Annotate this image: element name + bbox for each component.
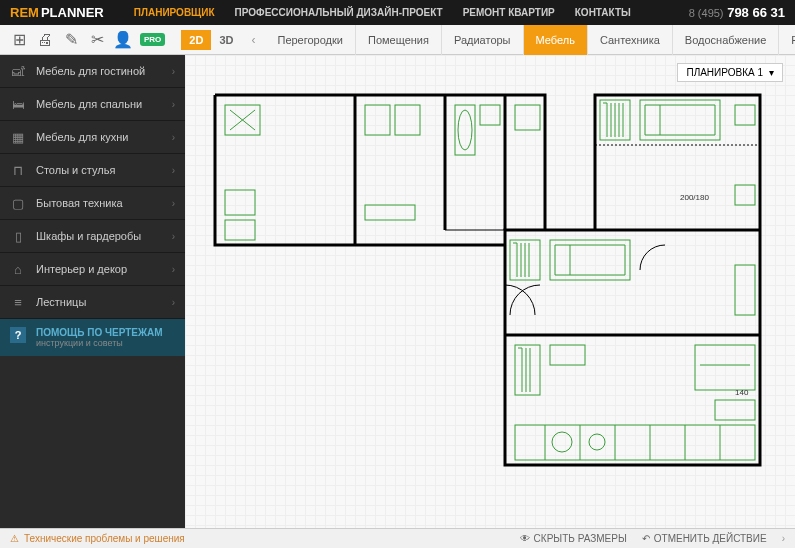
sidebar-item-label: Лестницы [36,296,86,308]
logo-planner: PLANNER [41,5,104,20]
main-nav: ПЛАНИРОВЩИК ПРОФЕССИОНАЛЬНЫЙ ДИЗАЙН-ПРОЕ… [134,7,631,18]
svg-rect-26 [715,400,755,420]
chevron-right-icon: › [172,66,175,77]
tool-icon-4[interactable]: ✂ [88,31,106,49]
undo-button[interactable]: ↶ ОТМЕНИТЬ ДЕЙСТВИЕ [642,533,767,544]
view-3d-button[interactable]: 3D [211,30,241,50]
sidebar-item-wardrobes[interactable]: ▯Шкафы и гардеробы › [0,220,185,253]
svg-rect-17 [640,100,720,140]
help-sub: инструкции и советы [36,338,175,348]
sidebar-item-label: Столы и стулья [36,164,115,176]
tab-radiators[interactable]: Радиаторы [442,25,524,55]
chevron-right-icon: › [172,198,175,209]
appliance-icon: ▢ [10,195,26,211]
main: 🛋Мебель для гостиной › 🛏Мебель для спаль… [0,55,795,528]
tool-icons: ⊞ 🖨 ✎ ✂ 👤 PRO 2D 3D [0,30,251,50]
svg-rect-27 [515,425,755,460]
decor-icon: ⌂ [10,261,26,277]
stairs-icon: ≡ [10,294,26,310]
footer-issues-label: Технические проблемы и решения [24,533,185,544]
tab-arrow-left[interactable]: ‹ [251,33,255,47]
view-toggle: 2D 3D [181,30,241,50]
chevron-right-icon: › [172,165,175,176]
sidebar-item-label: Интерьер и декор [36,263,127,275]
chevron-right-icon: › [172,99,175,110]
chevron-right-icon: › [172,132,175,143]
svg-rect-23 [515,345,540,395]
sidebar-item-label: Шкафы и гардеробы [36,230,141,242]
tab-furniture[interactable]: Мебель [524,25,588,55]
sofa-icon: 🛋 [10,63,26,79]
undo-label: ОТМЕНИТЬ ДЕЙСТВИЕ [654,533,767,544]
sidebar-item-label: Мебель для кухни [36,131,128,143]
svg-rect-25 [695,345,755,390]
nav-contacts[interactable]: КОНТАКТЫ [575,7,631,18]
dimension-label: 200/180 [680,193,709,202]
hide-dims-label: СКРЫТЬ РАЗМЕРЫ [534,533,627,544]
tool-icon-1[interactable]: ⊞ [10,31,28,49]
tab-sockets[interactable]: Розетки [779,25,795,55]
warning-icon: ⚠ [10,533,19,544]
sidebar-item-appliances[interactable]: ▢Бытовая техника › [0,187,185,220]
layout-label: ПЛАНИРОВКА 1 [686,67,763,78]
undo-icon: ↶ [642,533,650,544]
chevron-down-icon: ▾ [769,67,774,78]
bed-icon: 🛏 [10,96,26,112]
tab-partitions[interactable]: Перегородки [265,25,356,55]
tool-icon-3[interactable]: ✎ [62,31,80,49]
eye-icon: 👁 [520,533,530,544]
sidebar-item-label: Мебель для спальни [36,98,142,110]
svg-rect-19 [735,185,755,205]
help-icon: ? [10,327,26,343]
chevron-right-icon: › [172,231,175,242]
svg-rect-24 [550,345,585,365]
nav-design[interactable]: ПРОФЕССИОНАЛЬНЫЙ ДИЗАЙН-ПРОЕКТ [235,7,443,18]
chevron-right-icon[interactable]: › [782,533,785,544]
nav-renovation[interactable]: РЕМОНТ КВАРТИР [463,7,555,18]
pro-badge[interactable]: PRO [140,33,165,46]
print-icon[interactable]: 🖨 [36,31,54,49]
phone: 8 (495) 798 66 31 [689,5,785,20]
svg-rect-15 [515,105,540,130]
hide-dimensions-button[interactable]: 👁 СКРЫТЬ РАЗМЕРЫ [520,533,627,544]
toolbar: ⊞ 🖨 ✎ ✂ 👤 PRO 2D 3D ‹ Перегородки Помеще… [0,25,795,55]
tab-water[interactable]: Водоснабжение [673,25,779,55]
sidebar-item-living[interactable]: 🛋Мебель для гостиной › [0,55,185,88]
header: REM PLANNER ПЛАНИРОВЩИК ПРОФЕССИОНАЛЬНЫЙ… [0,0,795,25]
table-icon: ⊓ [10,162,26,178]
logo[interactable]: REM PLANNER [10,5,104,20]
tab-plumbing[interactable]: Сантехника [588,25,673,55]
help-title: ПОМОЩЬ ПО ЧЕРТЕЖАМ [36,327,175,338]
dimension-label: 140 [735,388,749,397]
sidebar-item-label: Мебель для гостиной [36,65,145,77]
svg-rect-10 [395,105,420,135]
kitchen-icon: ▦ [10,129,26,145]
nav-planner[interactable]: ПЛАНИРОВЩИК [134,7,215,18]
svg-point-35 [589,434,605,450]
floorplan[interactable]: 200/180 140 [205,85,775,505]
footer-issues[interactable]: ⚠ Технические проблемы и решения [10,533,185,544]
help-item[interactable]: ? ПОМОЩЬ ПО ЧЕРТЕЖАМ инструкции и советы [0,319,185,356]
layout-selector[interactable]: ПЛАНИРОВКА 1 ▾ [677,63,783,82]
sidebar-item-label: Бытовая техника [36,197,123,209]
tabs: Перегородки Помещения Радиаторы Мебель С… [265,25,795,55]
svg-rect-14 [480,105,500,125]
sidebar-item-stairs[interactable]: ≡Лестницы › [0,286,185,319]
svg-point-34 [552,432,572,452]
sidebar-item-bedroom[interactable]: 🛏Мебель для спальни › [0,88,185,121]
user-icon[interactable]: 👤 [114,31,132,49]
view-2d-button[interactable]: 2D [181,30,211,50]
chevron-right-icon: › [172,264,175,275]
footer: ⚠ Технические проблемы и решения 👁 СКРЫТ… [0,528,795,548]
sidebar-item-tables[interactable]: ⊓Столы и стулья › [0,154,185,187]
sidebar-item-decor[interactable]: ⌂Интерьер и декор › [0,253,185,286]
chevron-right-icon: › [172,297,175,308]
svg-rect-21 [550,240,630,280]
svg-rect-7 [225,190,255,215]
sidebar-item-kitchen[interactable]: ▦Мебель для кухни › [0,121,185,154]
canvas[interactable]: ПЛАНИРОВКА 1 ▾ [185,55,795,528]
tab-rooms[interactable]: Помещения [356,25,442,55]
svg-rect-18 [735,105,755,125]
svg-rect-11 [365,205,415,220]
sidebar: 🛋Мебель для гостиной › 🛏Мебель для спаль… [0,55,185,528]
